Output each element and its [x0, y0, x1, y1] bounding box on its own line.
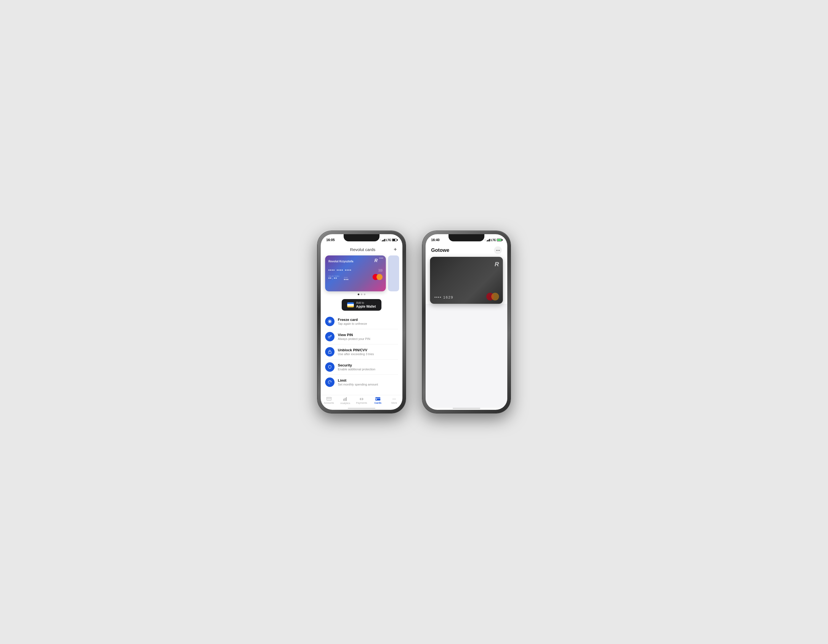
cvd3	[347, 279, 348, 280]
vd4	[336, 278, 337, 279]
vd-sep: /	[332, 278, 333, 280]
screen-content-1: Revolut cards + R Revolut Krzysztofa	[321, 244, 402, 410]
menu-item-security[interactable]: Security Enable additional protection	[321, 360, 402, 374]
valid-thru-value: /	[328, 278, 339, 280]
phone2-empty-content	[426, 304, 507, 408]
phone1-header: Revolut cards +	[321, 244, 402, 256]
nav-cards-label: Cards	[374, 402, 381, 404]
page-title-2: Gotowe	[431, 247, 449, 253]
pin-title: View PIN	[338, 333, 370, 337]
indicator-3	[364, 294, 365, 295]
unblock-subtitle: Use after exceeding 3 tries	[338, 352, 374, 356]
lock-open-icon	[328, 350, 332, 354]
svg-rect-1	[328, 352, 331, 353]
vd1	[328, 278, 329, 279]
page-title-1: Revolut cards	[332, 247, 394, 252]
battery-fill-1	[392, 239, 395, 241]
limit-icon-circle	[325, 377, 334, 387]
cd7	[340, 270, 341, 271]
home-indicator-1	[348, 408, 375, 409]
menu-item-unblock[interactable]: Unblock PIN/CVV Use after exceeding 3 tr…	[321, 344, 402, 359]
menu-item-pin[interactable]: View PIN Always protect your PIN	[321, 329, 402, 344]
freeze-text-block: Freeze card Tap again to unfreeze	[338, 317, 367, 325]
phone2-header: Gotowe	[426, 244, 507, 257]
svg-rect-9	[376, 399, 377, 400]
indicator-1	[358, 294, 359, 295]
bottom-nav-1: Accounts Analytics Payments	[321, 395, 402, 408]
nfc-icon: ))))	[378, 269, 383, 272]
cd9	[345, 270, 346, 271]
svg-point-10	[393, 399, 393, 399]
nav-more[interactable]: More	[388, 397, 400, 404]
secondary-card[interactable]	[388, 256, 399, 291]
mc-orange-circle	[376, 274, 383, 280]
menu-item-freeze[interactable]: Freeze card Tap again to unfreeze	[321, 314, 402, 329]
valid-thru-label: VALID THRU	[328, 275, 339, 277]
cd3	[332, 270, 333, 271]
menu-list: Freeze card Tap again to unfreeze View P…	[321, 314, 402, 395]
svg-rect-2	[326, 397, 331, 400]
nav-accounts[interactable]: Accounts	[323, 397, 335, 404]
nav-analytics-label: Analytics	[340, 402, 350, 405]
more-icon	[392, 397, 397, 401]
arrow-icon-1: ↑	[380, 239, 381, 241]
phone-1: 16:05 ↑ LTE Revolut cards +	[317, 231, 406, 413]
svg-rect-5	[345, 398, 345, 401]
card-carousel: R Revolut Krzysztofa	[321, 256, 402, 291]
apple-wallet-text: Add to Apple Wallet	[356, 301, 376, 308]
notch-1	[343, 234, 380, 241]
nav-accounts-label: Accounts	[324, 402, 334, 404]
card-num-block-3	[345, 270, 351, 271]
battery-fill-2	[497, 239, 501, 241]
unblock-title: Unblock PIN/CVV	[338, 348, 374, 352]
limit-text-block: Limit Set monthly spending amount	[338, 379, 378, 386]
signal-bar-2	[383, 240, 383, 241]
cd2	[330, 270, 331, 271]
svg-rect-4	[343, 399, 344, 401]
signal-bars-1	[382, 239, 385, 241]
lte-label-1: LTE	[386, 239, 391, 242]
analytics-icon	[343, 397, 348, 401]
dot-1	[380, 258, 380, 259]
card-indicators	[321, 294, 402, 295]
signal-bar-1	[382, 240, 383, 241]
valid-thru-section: VALID THRU /	[328, 275, 339, 280]
cvd2	[345, 279, 347, 280]
menu-item-limit[interactable]: Limit Set monthly spending amount	[321, 375, 402, 390]
pin-text-block: View PIN Always protect your PIN	[338, 333, 370, 341]
signal-bars-2	[486, 239, 490, 241]
apple-wallet-button[interactable]: Add to Apple Wallet	[342, 299, 381, 311]
mastercard-logo	[373, 274, 383, 280]
apple-wallet-add-label: Add to	[356, 301, 376, 305]
security-subtitle: Enable additional protection	[338, 368, 375, 371]
freeze-icon-circle	[325, 317, 334, 326]
svg-rect-6	[346, 397, 347, 401]
vd3	[334, 278, 335, 279]
status-right-1: ↑ LTE	[380, 239, 397, 242]
wallet-icon	[347, 302, 354, 307]
dark-card[interactable]: R •••• 1629	[430, 257, 503, 304]
cvv-value	[344, 279, 348, 280]
signal-bar-6	[488, 240, 488, 241]
arrow-icon-2: ↑	[485, 239, 486, 241]
security-icon-circle	[325, 362, 334, 372]
cd5	[337, 270, 338, 271]
add-card-button[interactable]: +	[394, 246, 397, 253]
cd6	[339, 270, 339, 271]
dark-card-number: •••• 1629	[434, 295, 453, 299]
status-time-2: 16:40	[431, 238, 440, 242]
main-card[interactable]: R Revolut Krzysztofa	[325, 256, 386, 291]
nav-payments[interactable]: Payments	[356, 397, 368, 404]
cvv-section: CVV	[344, 277, 348, 280]
more-menu-button[interactable]	[494, 246, 502, 254]
card-menu-dots[interactable]	[380, 258, 383, 259]
card-num-block-1	[328, 270, 334, 271]
cd1	[328, 270, 329, 271]
card-r-logo: R	[374, 258, 378, 263]
dark-mc-orange-circle	[491, 293, 499, 300]
pin-icon-circle	[325, 332, 334, 341]
nav-cards[interactable]: Cards	[372, 397, 384, 404]
svg-point-12	[395, 399, 395, 399]
accounts-icon	[326, 397, 331, 401]
nav-analytics[interactable]: Analytics	[339, 397, 351, 405]
